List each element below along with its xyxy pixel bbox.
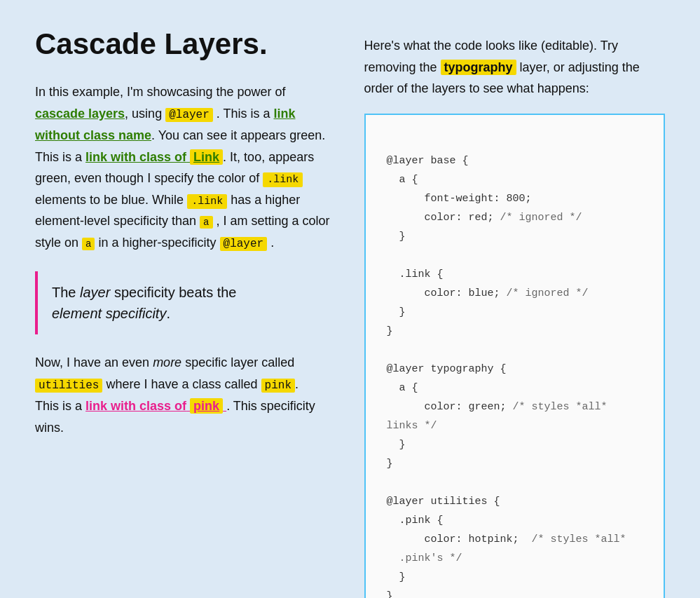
intro-paragraph: In this example, I'm showcasing the powe… bbox=[35, 81, 336, 254]
pink-highlight: pink bbox=[190, 398, 223, 414]
at-layer-code: @layer bbox=[165, 108, 213, 122]
pink-code: pink bbox=[261, 379, 295, 393]
a-code: a bbox=[200, 216, 212, 229]
blockquote-em2: element specificity bbox=[52, 306, 166, 321]
blockquote-text: The layer specificity beats the element … bbox=[52, 282, 322, 324]
right-description: Here's what the code looks like (editabl… bbox=[364, 35, 666, 100]
link-class-code: Link bbox=[190, 149, 223, 165]
layer-code: @layer bbox=[220, 237, 268, 251]
blockquote: The layer specificity beats the element … bbox=[35, 271, 336, 334]
link-code-2: .link bbox=[187, 194, 227, 209]
bottom-paragraph: Now, I have an even more specific layer … bbox=[35, 352, 336, 438]
link-with-class[interactable]: link with class of Link bbox=[85, 149, 223, 165]
blockquote-em: layer bbox=[80, 285, 110, 300]
page-title: Cascade Layers. bbox=[35, 28, 336, 60]
right-column: Here's what the code looks like (editabl… bbox=[364, 28, 666, 598]
link-code-1: .link bbox=[263, 172, 303, 187]
page-container: Cascade Layers. In this example, I'm sho… bbox=[0, 0, 700, 598]
code-editor[interactable]: @layer base { a { font-weight: 800; colo… bbox=[364, 114, 666, 598]
link-pink[interactable]: link with class of pink bbox=[85, 398, 226, 414]
left-column: Cascade Layers. In this example, I'm sho… bbox=[35, 28, 336, 598]
more-em: more bbox=[153, 355, 181, 369]
typography-highlight: typography bbox=[441, 60, 516, 75]
utilities-code: utilities bbox=[35, 379, 102, 393]
cascade-layers-link[interactable]: cascade layers bbox=[35, 107, 125, 121]
a-code2: a bbox=[82, 238, 95, 250]
intro-text: In this example, I'm showcasing the powe… bbox=[35, 85, 286, 99]
